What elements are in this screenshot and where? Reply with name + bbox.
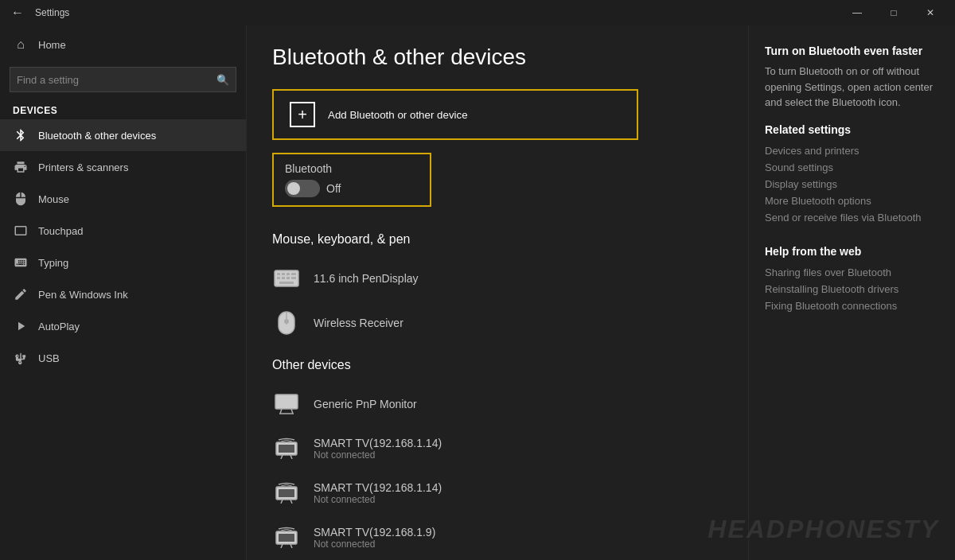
smart-tv3-name: SMART TV(192.168.1.9) [314,526,435,539]
smart-tv1-status: Not connected [314,449,442,461]
svg-rect-5 [277,277,280,279]
svg-rect-26 [279,534,294,542]
pendisplay-name: 11.6 inch PenDisplay [314,272,419,285]
sidebar-item-pen[interactable]: Pen & Windows Ink [0,278,246,310]
usb-icon [13,350,29,366]
search-input[interactable] [17,74,216,86]
smart-tv3: SMART TV(192.168.1.9) Not connected [314,526,435,550]
svg-rect-13 [275,395,298,409]
sidebar-section-label: Devices [0,99,246,119]
main-layout: ⌂ Home 🔍 Devices Bluetooth & other devic… [0,25,955,560]
close-button[interactable]: ✕ [912,0,949,25]
sidebar: ⌂ Home 🔍 Devices Bluetooth & other devic… [0,25,247,560]
sidebar-pen-label: Pen & Windows Ink [38,289,128,301]
pen-icon [13,286,29,302]
titlebar: ← Settings — □ ✕ [0,0,955,25]
sidebar-item-bluetooth[interactable]: Bluetooth & other devices [0,119,246,151]
other-section-header: Other devices [272,358,723,372]
promo-description: To turn Bluetooth on or off without open… [765,64,939,111]
sidebar-bluetooth-label: Bluetooth & other devices [38,130,156,142]
related-link-sound[interactable]: Sound settings [765,159,939,176]
sidebar-usb-label: USB [38,352,60,364]
bluetooth-section: Bluetooth Off [272,153,431,207]
sidebar-home-label: Home [38,39,66,51]
related-link-devices[interactable]: Devices and printers [765,142,939,159]
smart-tv3-status: Not connected [314,539,435,550]
maximize-button[interactable]: □ [875,0,912,25]
svg-line-15 [291,409,293,414]
search-container: 🔍 [0,60,246,99]
sidebar-autoplay-label: AutoPlay [38,321,80,332]
sidebar-item-autoplay[interactable]: AutoPlay [0,310,246,342]
wireless-device-icon2 [272,479,301,508]
help-link-sharing[interactable]: Sharing files over Bluetooth [765,264,939,281]
search-icon: 🔍 [216,74,229,86]
related-link-bluetooth-options[interactable]: More Bluetooth options [765,192,939,209]
list-item: SMART TV(192.168.1.14) Not connected [272,471,723,515]
page-title: Bluetooth & other devices [272,45,723,70]
smart-tv2-status: Not connected [314,494,442,505]
printer-icon [13,159,29,175]
sidebar-mouse-label: Mouse [38,193,69,205]
add-device-label: Add Bluetooth or other device [328,109,468,121]
list-item: 11.6 inch PenDisplay [272,256,723,301]
wireless-device-icon [272,434,301,463]
sidebar-item-touchpad[interactable]: Touchpad [0,215,246,247]
search-box: 🔍 [10,67,236,92]
help-link-reinstalling[interactable]: Reinstalling Bluetooth drivers [765,281,939,298]
monitor-device-icon [272,390,301,418]
list-item: SMART TV(192.168.1.9) Not connected [272,515,723,560]
content-area: Bluetooth & other devices + Add Bluetoot… [247,25,748,560]
help-link-fixing[interactable]: Fixing Bluetooth connections [765,298,939,314]
bluetooth-icon [13,127,29,143]
sidebar-item-printers[interactable]: Printers & scanners [0,151,246,183]
back-button[interactable]: ← [6,2,29,24]
svg-rect-9 [279,282,294,284]
svg-rect-8 [291,277,296,279]
mouse-section-header: Mouse, keyboard, & pen [272,232,723,247]
touchpad-icon [13,223,29,239]
app-title: Settings [35,7,839,18]
svg-line-14 [280,409,282,414]
list-item: Generic PnP Monitor [272,382,723,426]
autoplay-icon [13,318,29,334]
toggle-knob [287,182,300,195]
mouse-icon [13,191,29,207]
sidebar-typing-label: Typing [38,257,68,269]
add-icon: + [290,102,315,127]
smart-tv2: SMART TV(192.168.1.14) Not connected [314,481,442,505]
add-device-button[interactable]: + Add Bluetooth or other device [272,89,638,140]
help-title: Help from the web [765,245,939,258]
sidebar-item-home[interactable]: ⌂ Home [0,29,246,60]
window-controls: — □ ✕ [839,0,949,25]
promo-title: Turn on Bluetooth even faster [765,45,939,57]
svg-point-12 [284,319,289,324]
sidebar-item-mouse[interactable]: Mouse [0,183,246,215]
svg-rect-7 [286,277,290,279]
svg-rect-2 [282,273,285,275]
toggle-container: Off [285,180,419,197]
list-item: Wireless Receiver [272,301,723,345]
smart-tv1-name: SMART TV(192.168.1.14) [314,437,442,449]
bluetooth-label: Bluetooth [285,162,419,175]
svg-rect-22 [279,489,294,497]
related-settings-title: Related settings [765,123,939,136]
right-panel: Turn on Bluetooth even faster To turn Bl… [748,25,955,560]
mouse-device-icon [272,309,301,337]
wireless-receiver-name: Wireless Receiver [314,317,403,329]
home-icon: ⌂ [13,37,29,52]
svg-rect-1 [277,273,280,275]
sidebar-item-usb[interactable]: USB [0,342,246,374]
keyboard-device-icon [272,264,301,293]
sidebar-printers-label: Printers & scanners [38,161,128,173]
list-item: SMART TV(192.168.1.14) Not connected [272,426,723,471]
related-link-display[interactable]: Display settings [765,176,939,192]
minimize-button[interactable]: — [839,0,875,25]
svg-rect-4 [291,273,296,275]
bluetooth-toggle[interactable] [285,180,320,197]
sidebar-item-typing[interactable]: Typing [0,247,246,278]
wireless-device-icon3 [272,523,301,552]
typing-icon [13,255,29,270]
related-link-send-receive[interactable]: Send or receive files via Bluetooth [765,209,939,226]
monitor-name: Generic PnP Monitor [314,398,417,410]
